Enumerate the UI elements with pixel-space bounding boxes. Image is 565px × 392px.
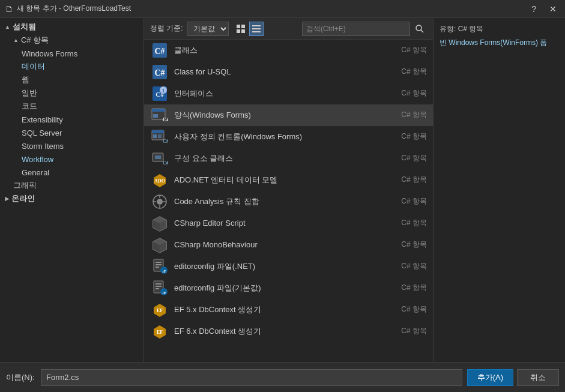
grid-view-button[interactable] — [234, 22, 248, 36]
sidebar-item[interactable]: ▲ 설치됨 — [0, 20, 144, 34]
item-icon — [150, 214, 169, 233]
item-type: C# 항목 — [385, 240, 427, 250]
name-input[interactable] — [41, 369, 462, 386]
item-type: C# 항목 — [385, 326, 427, 336]
list-item[interactable]: EF EF 5.x DbContext 생성기C# 항목 — [144, 299, 433, 321]
type-description: 빈 Windows Forms(WinForms) 폼 — [440, 38, 559, 48]
search-button[interactable] — [412, 22, 427, 36]
item-name: Class for U-SQL — [174, 67, 385, 76]
item-name: ADO.NET 엔터티 데이터 모델 — [174, 175, 385, 185]
item-icon: EF — [150, 300, 169, 319]
sidebar-item[interactable]: 웹 — [0, 73, 144, 86]
right-panel: 유형: C# 항목 빈 Windows Forms(WinForms) 폼 — [433, 18, 565, 362]
dialog: ▲ 설치됨▲ C# 항목Windows Forms데이터웹일반코드Extensi… — [0, 18, 565, 392]
item-type: C# 항목 — [385, 88, 427, 98]
svg-text:C#: C# — [163, 117, 168, 122]
list-item[interactable]: ADO ADO.NET 엔터티 데이터 모델C# 항목 — [144, 169, 433, 191]
list-item[interactable]: EF EF 6.x DbContext 생성기C# 항목 — [144, 321, 433, 342]
item-name: 클래스 — [174, 45, 385, 56]
list-item[interactable]: C# 구성 요소 클래스C# 항목 — [144, 148, 433, 169]
item-type: C# 항목 — [385, 131, 427, 142]
list-item[interactable]: C# 클래스C# 항목 — [144, 40, 433, 61]
sidebar-item[interactable]: Extensibility — [0, 113, 144, 126]
list-item[interactable]: C# 사용자 정의 컨트롤(Windows Forms)C# 항목 — [144, 126, 433, 148]
type-label: 유형: C# 항목 — [440, 24, 559, 34]
sidebar-item[interactable]: 그래픽 — [0, 179, 144, 192]
title-bar-controls: ? ✕ — [528, 3, 560, 15]
sidebar-item[interactable]: 일반 — [0, 86, 144, 100]
svg-rect-19 — [153, 114, 158, 118]
svg-text:C#: C# — [154, 47, 165, 56]
item-icon: C# — [150, 149, 169, 168]
sidebar-item[interactable]: Windows Forms — [0, 47, 144, 60]
list-item[interactable]: .e editorconfig 파일(.NET)C# 항목 — [144, 256, 433, 277]
svg-text:ADO: ADO — [154, 178, 165, 184]
item-type: C# 항목 — [385, 45, 427, 55]
header-row: 정렬 기준: 기본값이름형식 — [144, 18, 433, 40]
svg-rect-2 — [237, 29, 240, 33]
list-item[interactable]: Code Analysis 규칙 집합C# 항목 — [144, 191, 433, 213]
item-name: CSharp MonoBehaviour — [174, 240, 385, 249]
svg-rect-18 — [152, 109, 165, 112]
sidebar-item[interactable]: ▲ C# 항목 — [0, 34, 144, 47]
svg-text:.e: .e — [162, 289, 166, 295]
sort-select[interactable]: 기본값이름형식 — [187, 22, 229, 36]
item-type: C# 항목 — [385, 261, 427, 271]
sidebar-item[interactable]: ▶ 온라인 — [0, 192, 144, 205]
svg-line-8 — [421, 29, 424, 32]
item-name: 인터페이스 — [174, 88, 385, 99]
list-item[interactable]: CSharp Editor ScriptC# 항목 — [144, 213, 433, 234]
svg-rect-0 — [237, 25, 240, 28]
item-icon: ADO — [150, 170, 169, 190]
list-item[interactable]: C# I 인터페이스C# 항목 — [144, 83, 433, 104]
search-input[interactable] — [302, 22, 410, 36]
item-icon — [150, 235, 169, 255]
sidebar-item[interactable]: 데이터 — [0, 60, 144, 73]
list-item[interactable]: .e editorconfig 파일(기본값)C# 항목 — [144, 277, 433, 299]
help-button[interactable]: ? — [528, 3, 540, 15]
add-button[interactable]: 추가(A) — [467, 369, 513, 386]
sidebar-item[interactable]: 코드 — [0, 100, 144, 113]
sidebar-item[interactable]: Storm Items — [0, 139, 144, 152]
search-area — [302, 22, 427, 36]
svg-text:C#: C# — [163, 139, 168, 144]
item-name: CSharp Editor Script — [174, 219, 385, 228]
sidebar-item[interactable]: General — [0, 166, 144, 179]
svg-rect-27 — [155, 155, 161, 159]
bottom-buttons: 추가(A) 취소 — [467, 369, 559, 386]
svg-rect-22 — [152, 130, 164, 133]
sidebar: ▲ 설치됨▲ C# 항목Windows Forms데이터웹일반코드Extensi… — [0, 18, 144, 362]
item-type: C# 항목 — [385, 304, 427, 315]
item-icon: C# I — [150, 84, 169, 103]
svg-text:I: I — [162, 88, 164, 94]
item-name: 구성 요소 클래스 — [174, 153, 385, 164]
item-name: EF 5.x DbContext 생성기 — [174, 304, 385, 315]
list-view-button[interactable] — [249, 22, 264, 36]
window-title: 새 항목 추가 - OtherFormsLoadTest — [17, 4, 131, 14]
svg-text:C#: C# — [163, 160, 168, 166]
item-name: editorconfig 파일(.NET) — [174, 261, 385, 272]
main-area: 정렬 기준: 기본값이름형식 — [144, 18, 433, 362]
svg-rect-1 — [241, 25, 245, 28]
close-button[interactable]: ✕ — [546, 3, 560, 15]
list-item[interactable]: C# Class for U-SQLC# 항목 — [144, 61, 433, 83]
sidebar-item[interactable]: SQL Server — [0, 126, 144, 139]
list-item[interactable]: C# 양식(Windows Forms)C# 항목 — [144, 104, 433, 126]
svg-rect-23 — [153, 134, 157, 138]
item-icon: C# — [150, 106, 169, 125]
item-icon: .e — [150, 257, 169, 276]
item-name: editorconfig 파일(기본값) — [174, 283, 385, 294]
svg-rect-5 — [252, 28, 261, 29]
svg-text:EF: EF — [157, 308, 163, 313]
title-bar: 🗋 새 항목 추가 - OtherFormsLoadTest ? ✕ — [0, 0, 565, 18]
svg-rect-24 — [158, 134, 162, 138]
list-item[interactable]: CSharp MonoBehaviourC# 항목 — [144, 234, 433, 256]
item-type: C# 항목 — [385, 110, 427, 120]
app-icon: 🗋 — [5, 4, 13, 14]
sidebar-item[interactable]: Workflow — [0, 152, 144, 166]
item-icon: C# — [150, 41, 169, 60]
svg-point-31 — [157, 199, 163, 205]
cancel-button[interactable]: 취소 — [517, 369, 559, 386]
svg-rect-4 — [252, 25, 261, 26]
svg-text:C#: C# — [154, 68, 165, 77]
